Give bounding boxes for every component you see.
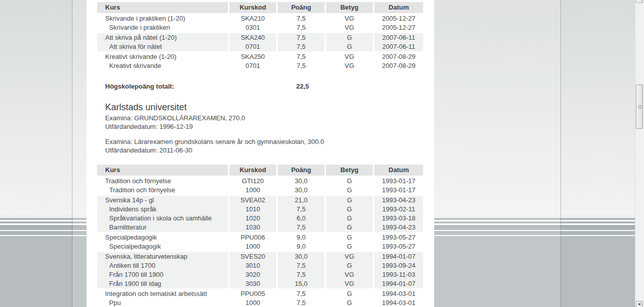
cell-kurs: Integration och tematiskt arbetssätt xyxy=(97,289,228,298)
table-row: Från 1900 till idag303015,0VG1994-01-07 xyxy=(97,279,423,288)
course-group: Tradition och förnyelseGTI12030,0G1993-0… xyxy=(97,177,423,195)
page-frame-border-left xyxy=(72,0,72,307)
cell-datum: 1993-04-23 xyxy=(374,196,423,205)
course-group: Att skriva på nätet (1-20)SKA2407,5G2007… xyxy=(97,33,423,51)
cell-kurs: Från 1700 till 1900 xyxy=(97,270,228,279)
column-header-datum: Datum xyxy=(374,2,423,13)
cell-datum: 2007-08-29 xyxy=(374,61,423,70)
cell-datum: 2005-12-27 xyxy=(374,14,423,23)
cell-kurs: Specialpedagogik xyxy=(97,233,228,242)
cell-datum: 2005-12-27 xyxy=(374,23,423,32)
cell-kurs: Ppu xyxy=(97,298,228,307)
cell-betyg: G xyxy=(326,205,373,214)
table-row: Barnlitteratur10307,5G1993-04-23 xyxy=(97,223,423,232)
table-row: Skrivande i praktiken (1-20)SKA2107,5VG2… xyxy=(97,14,423,23)
cell-poang: 7,5 xyxy=(278,23,325,32)
column-header-betyg: Betyg xyxy=(326,2,373,13)
cell-datum: 2007-06-11 xyxy=(374,42,423,51)
cell-kurskod: 0301 xyxy=(229,23,276,32)
cell-betyg: VG xyxy=(326,61,373,70)
cell-datum: 1994-01-07 xyxy=(374,252,423,261)
cell-betyg: VG xyxy=(326,14,373,23)
table-row: Att skriva för nätet07017,5G2007-06-11 xyxy=(97,42,423,51)
cell-kurs: Svenska, litteraturvetenskap xyxy=(97,252,228,261)
cell-datum: 1993-01-17 xyxy=(374,177,423,186)
cell-betyg: G xyxy=(326,298,373,307)
cell-datum: 2007-08-29 xyxy=(374,52,423,61)
column-header-poang: Poäng xyxy=(278,165,325,176)
university-heading: Karlstads universitet xyxy=(105,103,434,112)
scroll-down-icon xyxy=(638,303,641,305)
cell-kurskod: SKA250 xyxy=(229,52,276,61)
cell-betyg: G xyxy=(326,186,373,195)
table-row: Kreativt skrivande07017,5VG2007-08-29 xyxy=(97,61,423,70)
cell-poang: 7,5 xyxy=(278,52,325,61)
table-row: Antiken till 170030107,5G1993-09-24 xyxy=(97,261,423,270)
cell-kurs: Kreativt skrivande (1-20) xyxy=(97,52,228,61)
transcript-page: KursKurskodPoängBetygDatumSkrivande i pr… xyxy=(0,0,644,307)
table-row: Svenska 14p - glSVEA0221,0G1993-04-23 xyxy=(97,196,423,205)
cell-kurskod: SKA240 xyxy=(229,33,276,42)
cell-datum: 1993-05-27 xyxy=(374,233,423,242)
cell-datum: 1993-02-11 xyxy=(374,205,423,214)
cell-kurskod: 1030 xyxy=(229,223,276,232)
cell-betyg: G xyxy=(326,196,373,205)
cell-kurskod: SKA210 xyxy=(229,14,276,23)
cell-betyg: G xyxy=(326,261,373,270)
cell-kurs: Svenska 14p - gl xyxy=(97,196,228,205)
cell-poang: 7,5 xyxy=(278,298,325,307)
vertical-scrollbar[interactable] xyxy=(635,0,644,307)
column-header-betyg: Betyg xyxy=(326,165,373,176)
cell-betyg: G xyxy=(326,223,373,232)
cell-kurs: Tradition och förnyelse xyxy=(97,177,228,186)
column-header-poang: Poäng xyxy=(278,2,325,13)
cell-datum: 2007-06-11 xyxy=(374,33,423,42)
course-table-1: KursKurskodPoängBetygDatumSkrivande i pr… xyxy=(97,2,423,70)
course-table-2: KursKurskodPoängBetygDatumTradition och … xyxy=(97,165,423,307)
cell-poang: 9,0 xyxy=(278,242,325,251)
cell-kurskod: 1000 xyxy=(229,186,276,195)
cell-kurskod: SVEA02 xyxy=(229,196,276,205)
scroll-up-button[interactable] xyxy=(636,0,643,3)
cell-poang: 7,5 xyxy=(278,205,325,214)
scroll-down-button[interactable] xyxy=(636,301,643,307)
cell-kurskod: 1020 xyxy=(229,214,276,223)
cell-betyg: G xyxy=(326,33,373,42)
table-row: Svenska, litteraturvetenskapSVES2030,0VG… xyxy=(97,252,423,261)
column-header-kurs: Kurs xyxy=(97,2,228,13)
cell-datum: 1993-05-27 xyxy=(374,242,423,251)
cell-betyg: VG xyxy=(326,23,373,32)
cell-poang: 7,5 xyxy=(278,289,325,298)
cell-datum: 1994-01-07 xyxy=(374,279,423,288)
table-row: Ppu10007,5G1994-03-01 xyxy=(97,298,423,307)
scrollbar-thumb[interactable] xyxy=(636,85,643,129)
cell-poang: 7,5 xyxy=(278,61,325,70)
cell-kurs: Språkvariation i skola och samhälle xyxy=(97,214,228,223)
cell-betyg: VG xyxy=(326,270,373,279)
table-row: Kreativt skrivande (1-20)SKA2507,5VG2007… xyxy=(97,52,423,61)
course-group: Svenska 14p - glSVEA0221,0G1993-04-23Ind… xyxy=(97,196,423,232)
content-column: KursKurskodPoängBetygDatumSkrivande i pr… xyxy=(87,0,434,307)
issue-date-line: Utfärdandedatum: 2011-06-30 xyxy=(105,146,434,155)
table-row: Tradition och förnyelse100030,0G1993-01-… xyxy=(97,186,423,195)
cell-datum: 1993-04-23 xyxy=(374,223,423,232)
column-header-kurskod: Kurskod xyxy=(229,2,276,13)
table-row: Att skriva på nätet (1-20)SKA2407,5G2007… xyxy=(97,33,423,42)
cell-poang: 21,0 xyxy=(278,196,325,205)
cell-betyg: G xyxy=(326,177,373,186)
cell-betyg: VG xyxy=(326,252,373,261)
cell-kurs: Från 1900 till idag xyxy=(97,279,228,288)
cell-betyg: G xyxy=(326,242,373,251)
cell-kurskod: 0701 xyxy=(229,42,276,51)
cell-kurs: Skrivande i praktiken xyxy=(97,23,228,32)
examina-line: Examina: GRUNDSKOLLÄRAREXAMEN, 270.0 xyxy=(105,114,434,122)
cell-kurs: Att skriva på nätet (1-20) xyxy=(97,33,228,42)
cell-kurs: Antiken till 1700 xyxy=(97,261,228,270)
course-group: Skrivande i praktiken (1-20)SKA2107,5VG2… xyxy=(97,14,423,32)
cell-betyg: G xyxy=(326,214,373,223)
cell-kurskod: GTI120 xyxy=(229,177,276,186)
column-header-kurskod: Kurskod xyxy=(229,165,276,176)
cell-poang: 7,5 xyxy=(278,14,325,23)
cell-kurskod: 3030 xyxy=(229,279,276,288)
cell-kurskod: 3020 xyxy=(229,270,276,279)
